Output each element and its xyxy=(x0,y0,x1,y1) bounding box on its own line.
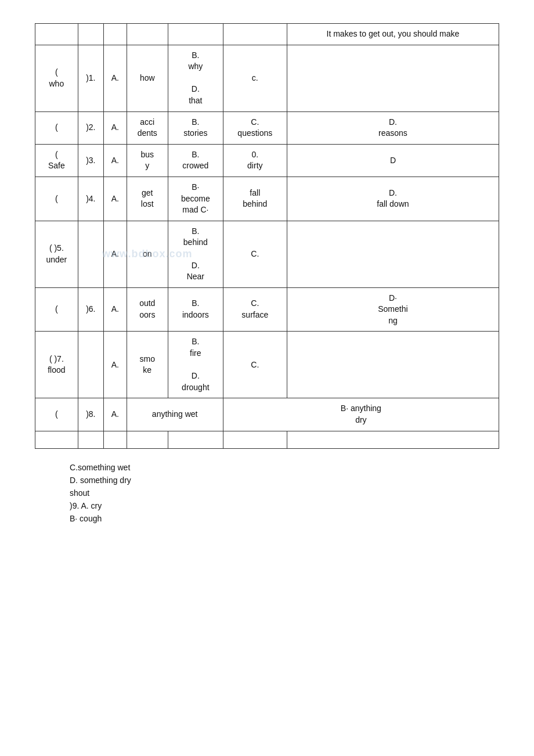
table-row-empty xyxy=(35,431,499,448)
row4-col3: A. xyxy=(103,177,127,221)
row3-col5: B. crowed xyxy=(168,144,223,177)
header-col1 xyxy=(35,24,78,45)
table-row: ( )6. A. outd oors B. indoors C. surface… xyxy=(35,287,499,332)
row9-col1 xyxy=(35,431,78,448)
below-table-text: C.something wet D. something dry shout )… xyxy=(35,463,499,523)
row8-col2: )8. xyxy=(78,398,103,431)
row5-col5: B. behind D. Near xyxy=(168,221,223,287)
table-header-row: It makes to get out, you should make xyxy=(35,24,499,45)
row2-col1: ( xyxy=(35,111,78,144)
row1-col5: B. why D. that xyxy=(168,45,223,111)
row7-col7 xyxy=(287,332,499,398)
row4-col5: B· become mad C· xyxy=(168,177,223,221)
row2-col6: C. questions xyxy=(223,111,287,144)
table-row: ( who )1. A. how B. why D. that c. xyxy=(35,45,499,111)
header-col3 xyxy=(103,24,127,45)
table-row: ( Safe )3. A. bus y B. crowed 0. dirty D xyxy=(35,144,499,177)
row4-col4: get lost xyxy=(127,177,168,221)
row6-col4: outd oors xyxy=(127,287,168,332)
below-line3: shout xyxy=(70,488,499,498)
row9-col5 xyxy=(168,431,223,448)
row2-col2: )2. xyxy=(78,111,103,144)
row1-col1: ( who xyxy=(35,45,78,111)
row1-col2: )1. xyxy=(78,45,103,111)
row5-col4-text: on xyxy=(143,249,152,258)
row9-col7 xyxy=(287,431,499,448)
row5-col2 xyxy=(78,221,103,287)
row9-col4 xyxy=(127,431,168,448)
row3-col3: A. xyxy=(103,144,127,177)
below-line4: )9. A. cry xyxy=(70,501,499,510)
row6-col7: D· Somethi ng xyxy=(287,287,499,332)
table-row: ( )2. A. acci dents B. stories C. questi… xyxy=(35,111,499,144)
header-col4 xyxy=(127,24,168,45)
row8-col3: A. xyxy=(103,398,127,431)
row3-col7: D xyxy=(287,144,499,177)
row5-col6: C. xyxy=(223,221,287,287)
table-row: ( )4. A. get lost B· become mad C· fall … xyxy=(35,177,499,221)
row1-col7 xyxy=(287,45,499,111)
row5-col7 xyxy=(287,221,499,287)
row5-col4: on www.bdbox.com xyxy=(127,221,168,287)
row6-col5: B. indoors xyxy=(168,287,223,332)
row3-col4: bus y xyxy=(127,144,168,177)
row6-col2: )6. xyxy=(78,287,103,332)
table-row: ( )7. flood A. smo ke B. fire D. drought… xyxy=(35,332,499,398)
exercise-table: It makes to get out, you should make ( w… xyxy=(35,23,499,449)
row3-col2: )3. xyxy=(78,144,103,177)
header-col7: It makes to get out, you should make xyxy=(287,24,499,45)
row7-col4: smo ke xyxy=(127,332,168,398)
header-col6 xyxy=(223,24,287,45)
below-line1: C.something wet xyxy=(70,463,499,472)
row7-col2 xyxy=(78,332,103,398)
row1-col6: c. xyxy=(223,45,287,111)
row6-col6: C. surface xyxy=(223,287,287,332)
row8-col4: anything wet xyxy=(127,398,223,431)
row6-col1: ( xyxy=(35,287,78,332)
header-col5 xyxy=(168,24,223,45)
row3-col1: ( Safe xyxy=(35,144,78,177)
row8-col1: ( xyxy=(35,398,78,431)
row9-col6 xyxy=(223,431,287,448)
row5-col1: ( )5. under xyxy=(35,221,78,287)
row4-col1: ( xyxy=(35,177,78,221)
row9-col2 xyxy=(78,431,103,448)
row6-col3: A. xyxy=(103,287,127,332)
row4-col2: )4. xyxy=(78,177,103,221)
below-line2: D. something dry xyxy=(70,476,499,485)
row5-col3: A. xyxy=(103,221,127,287)
row8-col6: B· anything dry xyxy=(223,398,499,431)
row7-col5: B. fire D. drought xyxy=(168,332,223,398)
table-row: ( )8. A. anything wet B· anything dry xyxy=(35,398,499,431)
row1-col4: how xyxy=(127,45,168,111)
row3-col6: 0. dirty xyxy=(223,144,287,177)
row7-col6: C. xyxy=(223,332,287,398)
below-line5: B· cough xyxy=(70,514,499,523)
row2-col3: A. xyxy=(103,111,127,144)
main-table-container: It makes to get out, you should make ( w… xyxy=(35,23,499,449)
header-col2 xyxy=(78,24,103,45)
row4-col7: D. fall down xyxy=(287,177,499,221)
row7-col3: A. xyxy=(103,332,127,398)
row2-col5: B. stories xyxy=(168,111,223,144)
row9-col3 xyxy=(103,431,127,448)
row1-col3: A. xyxy=(103,45,127,111)
row7-col1: ( )7. flood xyxy=(35,332,78,398)
table-row: ( )5. under A. on www.bdbox.com B. behin… xyxy=(35,221,499,287)
row2-col7: D. reasons xyxy=(287,111,499,144)
row4-col6: fall behind xyxy=(223,177,287,221)
row2-col4: acci dents xyxy=(127,111,168,144)
